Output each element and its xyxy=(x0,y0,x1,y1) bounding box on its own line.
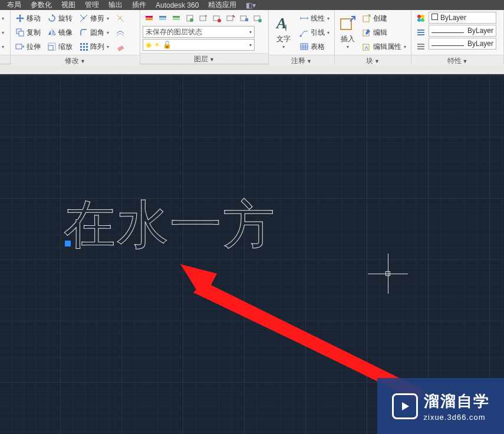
copy-icon xyxy=(15,28,25,37)
prop-list2-button[interactable] xyxy=(414,40,427,53)
linetype-label: ByLayer xyxy=(467,40,493,48)
svg-rect-16 xyxy=(146,16,153,18)
menu-output[interactable]: 输出 xyxy=(104,0,127,10)
stretch-button[interactable]: 拉伸 xyxy=(13,40,43,53)
layer-icon-9[interactable] xyxy=(251,12,264,25)
menu-view[interactable]: 视图 xyxy=(57,0,80,10)
create-icon xyxy=(362,14,371,23)
layer-icon-2[interactable] xyxy=(156,12,169,25)
svg-rect-3 xyxy=(48,45,53,50)
layer-icon-6[interactable] xyxy=(210,12,223,25)
panel-layer-title[interactable]: 图层▼ xyxy=(140,53,268,64)
explode-button[interactable] xyxy=(113,12,126,25)
layer-icon-1[interactable] xyxy=(143,12,156,25)
linear-button[interactable]: 线性 ▾ xyxy=(297,12,332,25)
layer-icon-5[interactable] xyxy=(197,12,210,25)
text-button[interactable]: AI 文字 ▾ xyxy=(271,12,295,52)
insert-icon xyxy=(338,14,357,33)
menu-layout[interactable]: 布局 xyxy=(2,0,26,10)
table-button[interactable]: 表格 xyxy=(297,40,332,53)
svg-point-44 xyxy=(421,18,424,22)
drawing-canvas[interactable]: 在水一方 溜溜自学 zixue.3d66.com xyxy=(0,74,504,434)
trim-button[interactable]: 修剪 ▾ xyxy=(77,12,111,25)
svg-rect-10 xyxy=(83,46,85,48)
layer-state-dropdown[interactable]: 未保存的图层状态 ▾ xyxy=(143,26,255,38)
erase-icon xyxy=(116,42,125,51)
panel-leading-title xyxy=(0,55,10,64)
svg-rect-15 xyxy=(117,45,124,51)
panel-properties-title[interactable]: 特性▼ xyxy=(411,55,503,65)
svg-rect-27 xyxy=(227,16,233,21)
panel-layer: 未保存的图层状态 ▾ ◉ ☀ 🔓 ▾ 图层▼ xyxy=(140,10,269,64)
layer-icon-3[interactable] xyxy=(170,12,183,25)
panel-block-title[interactable]: 块▼ xyxy=(335,55,411,65)
panel-modify-title[interactable]: 修改▼ xyxy=(11,55,140,65)
svg-rect-21 xyxy=(173,18,180,20)
lock-open-icon: 🔓 xyxy=(163,41,172,49)
layer-icons-row xyxy=(143,12,266,25)
chevron-down-icon: ▾ xyxy=(347,44,349,50)
match-icon xyxy=(416,14,426,23)
panel-annotation-title[interactable]: 注释▼ xyxy=(269,55,334,65)
menu-plugin[interactable]: 插件 xyxy=(127,0,151,10)
leader-button[interactable]: 引线 ▾ xyxy=(297,26,332,39)
selection-grip[interactable] xyxy=(65,241,71,246)
svg-point-26 xyxy=(218,19,221,22)
svg-rect-36 xyxy=(341,19,351,29)
fillet-icon xyxy=(79,28,88,37)
layer-current-dropdown[interactable]: ◉ ☀ 🔓 ▾ xyxy=(143,39,255,51)
mirror-button[interactable]: 镜像 xyxy=(45,26,75,39)
menu-featured[interactable]: 精选应用 xyxy=(203,0,241,10)
insert-button[interactable]: 插入 ▾ xyxy=(337,12,358,52)
copy-label: 复制 xyxy=(27,28,41,38)
svg-rect-1 xyxy=(19,31,24,36)
linetype-dropdown[interactable]: ByLayer xyxy=(429,38,496,50)
match-prop-button[interactable] xyxy=(414,12,427,25)
list-icon xyxy=(416,28,426,37)
move-button[interactable]: 移动 xyxy=(13,12,43,25)
editattr-label: 编辑属性 xyxy=(373,42,401,52)
chevron-down-icon: ▾ xyxy=(327,30,330,35)
insert-label: 插入 xyxy=(341,34,355,44)
chevron-down-icon: ▾ xyxy=(107,30,109,35)
panel-toggle-2[interactable]: ▾ xyxy=(1,26,9,39)
layer-icon-4[interactable] xyxy=(183,12,196,25)
edit-block-button[interactable]: 编辑 xyxy=(360,26,409,39)
menu-manage[interactable]: 管理 xyxy=(80,0,104,10)
svg-rect-20 xyxy=(173,16,180,18)
svg-point-5 xyxy=(83,18,85,19)
svg-rect-37 xyxy=(363,16,369,22)
menu-autodesk360[interactable]: Autodesk 360 xyxy=(151,1,203,9)
chevron-down-icon: ▾ xyxy=(107,44,109,50)
lineweight-dropdown[interactable]: ByLayer xyxy=(429,25,496,37)
drawing-text-object[interactable]: 在水一方 xyxy=(64,190,276,260)
mirror-label: 镜像 xyxy=(58,28,73,38)
text-label: 文字 xyxy=(276,34,291,44)
menu-parametric[interactable]: 参数化 xyxy=(26,0,57,10)
prop-list-button[interactable] xyxy=(414,26,427,39)
fillet-button[interactable]: 圆角 ▾ xyxy=(77,26,111,39)
sun-icon: ☀ xyxy=(154,41,160,49)
rotate-button[interactable]: 旋转 xyxy=(45,12,75,25)
list2-icon xyxy=(416,42,426,51)
panel-toggle-3[interactable]: ▾ xyxy=(1,40,9,53)
lineweight-label: ByLayer xyxy=(467,27,493,35)
scale-button[interactable]: 缩放 xyxy=(45,40,75,53)
menu-extra-icon[interactable]: ◧▾ xyxy=(241,1,261,9)
layer-icon-7[interactable] xyxy=(224,12,237,25)
panel-toggle-1[interactable]: ▾ xyxy=(1,12,9,25)
svg-rect-19 xyxy=(159,18,166,20)
table-label: 表格 xyxy=(311,42,325,52)
array-button[interactable]: 阵列 ▾ xyxy=(77,40,111,53)
panel-properties: ByLayer ByLayer ByLayer 特性▼ xyxy=(411,10,504,64)
table-icon xyxy=(299,42,309,51)
erase-button[interactable] xyxy=(113,40,126,53)
offset-button[interactable] xyxy=(113,26,126,39)
layer-icon-8[interactable] xyxy=(238,12,251,25)
create-button[interactable]: 创建 xyxy=(360,12,409,25)
color-dropdown[interactable]: ByLayer xyxy=(429,12,496,24)
copy-button[interactable]: 复制 xyxy=(13,26,43,39)
trim-icon xyxy=(79,14,88,23)
linear-icon xyxy=(299,14,309,23)
editattr-button[interactable]: A 编辑属性 ▾ xyxy=(360,40,409,53)
